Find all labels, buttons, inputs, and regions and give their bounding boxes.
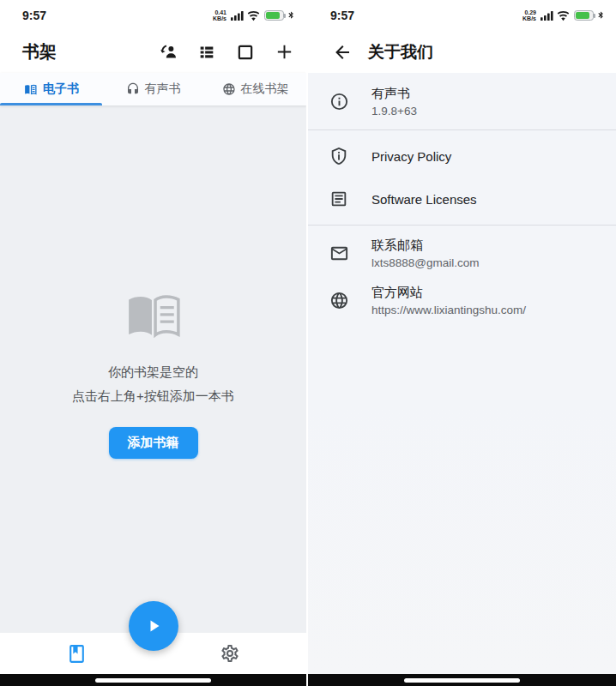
signal-icon <box>541 11 553 21</box>
network-speed: 0.41KB/s <box>213 9 226 21</box>
battery-icon <box>264 10 284 21</box>
list-item-contact-email[interactable]: 联系邮箱 lxts8888@gmail.com <box>308 230 616 277</box>
list-item-app-version[interactable]: 有声书 1.9.8+63 <box>308 78 616 125</box>
clock: 9:57 <box>330 9 354 22</box>
page-title: 关于我们 <box>368 41 433 63</box>
back-arrow-icon <box>332 42 353 63</box>
globe-icon <box>329 291 349 311</box>
tab-audiobooks[interactable]: 有声书 <box>102 73 204 105</box>
bookshelf-icon <box>66 643 88 665</box>
item-title: 官方网站 <box>371 285 526 301</box>
item-title: Privacy Policy <box>371 149 451 164</box>
bluetooth-icon <box>597 10 604 21</box>
item-title: Software Licenses <box>371 192 477 207</box>
open-book-icon <box>125 294 182 340</box>
dual-screenshot: 9:57 0.41KB/s 书架 <box>0 0 616 686</box>
item-title: 联系邮箱 <box>371 238 480 254</box>
about-list: 有声书 1.9.8+63 Privacy Policy <box>308 73 616 324</box>
list-item-software-licenses[interactable]: Software Licenses <box>308 178 616 220</box>
list-view-button[interactable] <box>196 42 217 63</box>
privacy-shield-icon <box>329 146 349 166</box>
wifi-icon <box>247 9 260 22</box>
ebook-icon <box>23 82 38 97</box>
home-indicator[interactable] <box>95 678 211 683</box>
tab-ebooks[interactable]: 电子书 <box>0 73 102 105</box>
about-screen: 9:57 0.29KB/s 关于我们 <box>308 0 616 686</box>
tab-label: 在线书架 <box>241 81 289 97</box>
add-book-icon <box>275 42 294 62</box>
play-fab-button[interactable] <box>129 601 178 651</box>
licenses-doc-icon <box>329 189 349 209</box>
shelf-tab-bar: 电子书 有声书 在线书架 <box>0 73 306 105</box>
app-version: 1.9.8+63 <box>371 105 417 117</box>
item-title: 有声书 <box>371 86 417 102</box>
empty-shelf-area: 你的书架是空的 点击右上角+按钮添加一本书 添加书籍 <box>0 105 306 633</box>
play-icon <box>143 616 164 636</box>
tab-label: 电子书 <box>43 81 79 97</box>
mail-icon <box>329 244 349 264</box>
nav-settings-button[interactable] <box>213 636 247 671</box>
back-button[interactable] <box>330 40 354 64</box>
signal-icon <box>231 11 244 21</box>
battery-icon <box>574 10 594 21</box>
select-box-button[interactable] <box>235 42 256 63</box>
online-shelf-icon <box>222 82 236 96</box>
audiobook-icon <box>126 82 140 96</box>
empty-shelf-hint: 点击右上角+按钮添加一本书 <box>72 388 234 405</box>
about-content: 有声书 1.9.8+63 Privacy Policy <box>308 73 616 674</box>
empty-shelf-message: 你的书架是空的 <box>108 364 198 381</box>
divider <box>308 129 616 130</box>
settings-icon <box>220 643 240 664</box>
status-bar: 9:57 0.29KB/s <box>308 0 616 31</box>
voice-reader-button[interactable] <box>158 42 178 63</box>
bookshelf-app-bar: 书架 <box>0 31 306 73</box>
list-item-official-website[interactable]: 官方网站 https://www.lixiantingshu.com/ <box>308 277 616 324</box>
add-book-button[interactable] <box>274 42 294 63</box>
list-item-privacy-policy[interactable]: Privacy Policy <box>308 135 616 178</box>
tab-online-shelf[interactable]: 在线书架 <box>204 73 306 105</box>
clock: 9:57 <box>22 9 46 22</box>
select-box-icon <box>236 43 255 62</box>
home-indicator[interactable] <box>404 678 520 683</box>
bookshelf-screen: 9:57 0.41KB/s 书架 <box>0 0 308 686</box>
nav-bookshelf-button[interactable] <box>59 636 94 671</box>
tab-label: 有声书 <box>145 81 181 97</box>
list-view-icon <box>197 43 216 62</box>
info-icon <box>329 92 349 112</box>
divider <box>308 225 616 226</box>
website-url: https://www.lixiantingshu.com/ <box>371 304 526 316</box>
about-app-bar: 关于我们 <box>308 31 616 73</box>
system-navigation-bar <box>0 674 306 686</box>
status-bar: 9:57 0.41KB/s <box>0 0 306 31</box>
page-title: 书架 <box>22 40 57 63</box>
add-books-button[interactable]: 添加书籍 <box>109 427 198 459</box>
wifi-icon <box>557 9 570 22</box>
network-speed: 0.29KB/s <box>522 9 536 21</box>
voice-reader-icon <box>159 42 178 62</box>
bluetooth-icon <box>287 10 294 21</box>
contact-email: lxts8888@gmail.com <box>371 256 480 269</box>
system-navigation-bar <box>308 674 616 686</box>
